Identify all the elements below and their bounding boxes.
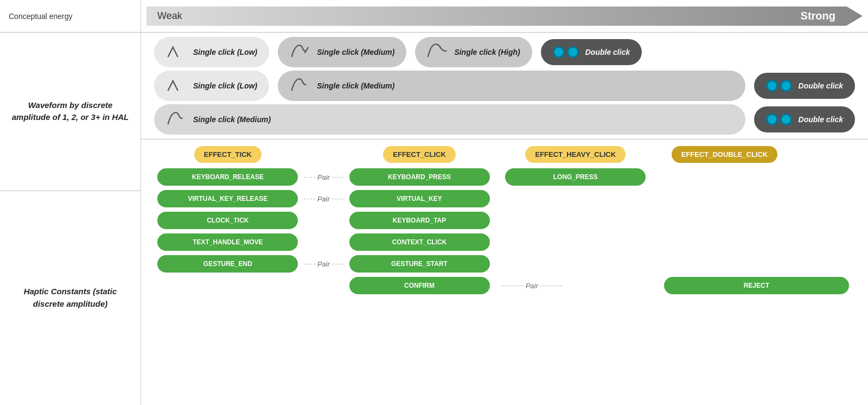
waveform-row-1: Single click (Low) Single click (Medium)…	[150, 37, 859, 67]
waveform-pill-double-1: Double click	[541, 39, 642, 65]
virtual-key-row: VIRTUAL_KEY_RELEASE Pair VIRTUAL_KEY	[150, 190, 859, 207]
long-press-badge: LONG_PRESS	[505, 168, 646, 186]
effect-double-badge: EFFECT_DOUBLE_CLICK	[672, 146, 778, 163]
keyboard-press-badge: KEYBOARD_PRESS	[349, 168, 490, 186]
effect-heavy-badge: EFFECT_HEAVY_CLICK	[525, 146, 626, 163]
double-dot-icon-2	[766, 78, 793, 93]
energy-label: Conceptual energy	[0, 0, 141, 32]
waveform-pill-double-2: Double click	[754, 73, 855, 99]
haptic-label: Haptic Constants (static discrete amplit…	[0, 191, 141, 405]
text-handle-move-badge: TEXT_HANDLE_MOVE	[157, 233, 298, 251]
wave-low-icon-1	[166, 42, 188, 62]
effects-header-row: EFFECT_TICK EFFECT_CLICK EFFECT_HEAVY_CL…	[150, 146, 859, 163]
waveform-section: Single click (Low) Single click (Medium)…	[141, 33, 868, 140]
text-handle-row: TEXT_HANDLE_MOVE CONTEXT_CLICK	[150, 233, 859, 251]
wave-low-icon-2	[166, 76, 188, 96]
effect-click-badge: EFFECT_CLICK	[383, 146, 456, 163]
wave-medium-icon-3	[166, 110, 188, 129]
pair-label-gesture: Pair	[317, 260, 330, 268]
wave-medium-icon-1	[290, 42, 311, 62]
effect-heavy-cell: EFFECT_HEAVY_CLICK	[497, 146, 654, 163]
confirm-badge: CONFIRM	[349, 277, 490, 294]
waveform-pill-low-2: Single click (Low)	[154, 71, 269, 101]
wave-high-icon-1	[427, 42, 449, 62]
dot-right-2	[780, 80, 792, 92]
reject-badge: REJECT	[664, 277, 849, 294]
effect-double-cell: EFFECT_DOUBLE_CLICK	[654, 146, 796, 163]
energy-bar-container: Weak Strong	[141, 1, 868, 31]
waveform-pill-medium-2: Single click (Medium)	[278, 71, 745, 101]
energy-arrow: Weak Strong	[146, 7, 863, 26]
main-body: Waveform by discrete amplitude of 1, 2, …	[0, 33, 868, 405]
virtual-key-release-badge: VIRTUAL_KEY_RELEASE	[157, 190, 298, 207]
double-dot-icon-3	[766, 112, 793, 127]
clock-tick-badge: CLOCK_TICK	[157, 212, 298, 229]
keyboard-row: KEYBOARD_RELEASE Pair KEYBOARD_PRESS	[150, 168, 859, 186]
dot-left-2	[766, 80, 778, 92]
waveform-pill-medium-3: Single click (Medium)	[154, 104, 745, 135]
waveform-pill-high-1: Single click (High)	[415, 37, 532, 67]
left-labels: Waveform by discrete amplitude of 1, 2, …	[0, 33, 141, 405]
haptic-section: EFFECT_TICK EFFECT_CLICK EFFECT_HEAVY_CL…	[141, 140, 868, 405]
waveform-row-2: Single click (Low) Single click (Medium)…	[150, 71, 859, 101]
keyboard-tap-badge: KEYBOARD_TAP	[349, 212, 490, 229]
dot-left-3	[766, 113, 778, 125]
dot-right-3	[780, 113, 792, 125]
dot-right-1	[567, 46, 579, 58]
dot-left-1	[553, 46, 565, 58]
waveform-pill-medium-1: Single click (Medium)	[278, 37, 406, 67]
keyboard-release-badge: KEYBOARD_RELEASE	[157, 168, 298, 186]
waveform-pill-low-1: Single click (Low)	[154, 37, 269, 67]
waveform-pill-double-3: Double click	[754, 106, 855, 132]
virtual-key-badge: VIRTUAL_KEY	[349, 190, 490, 207]
context-click-badge: CONTEXT_CLICK	[349, 233, 490, 251]
waveform-label: Waveform by discrete amplitude of 1, 2, …	[0, 33, 141, 191]
gesture-end-badge: GESTURE_END	[157, 255, 298, 273]
effect-tick-badge: EFFECT_TICK	[194, 146, 261, 163]
pair-label-keyboard: Pair	[317, 173, 330, 181]
conceptual-energy-text: Conceptual energy	[9, 12, 73, 21]
energy-row: Conceptual energy Weak Strong	[0, 0, 868, 33]
wave-medium-icon-2	[290, 76, 311, 96]
pair-label-virtual: Pair	[317, 195, 330, 203]
right-content: Single click (Low) Single click (Medium)…	[141, 33, 868, 405]
double-dot-icon-1	[553, 45, 580, 60]
gesture-row: GESTURE_END Pair GESTURE_START	[150, 255, 859, 273]
effect-click-cell: EFFECT_CLICK	[341, 146, 497, 163]
waveform-row-3: Single click (Medium) Double click	[150, 104, 859, 135]
energy-weak-label: Weak	[157, 10, 182, 22]
energy-strong-label: Strong	[801, 10, 835, 22]
gesture-start-badge: GESTURE_START	[349, 255, 490, 273]
confirm-row: CONFIRM Pair REJECT	[150, 277, 859, 294]
clock-tick-row: CLOCK_TICK KEYBOARD_TAP	[150, 212, 859, 229]
effect-tick-cell: EFFECT_TICK	[150, 146, 306, 163]
pair-label-confirm: Pair	[526, 282, 538, 290]
